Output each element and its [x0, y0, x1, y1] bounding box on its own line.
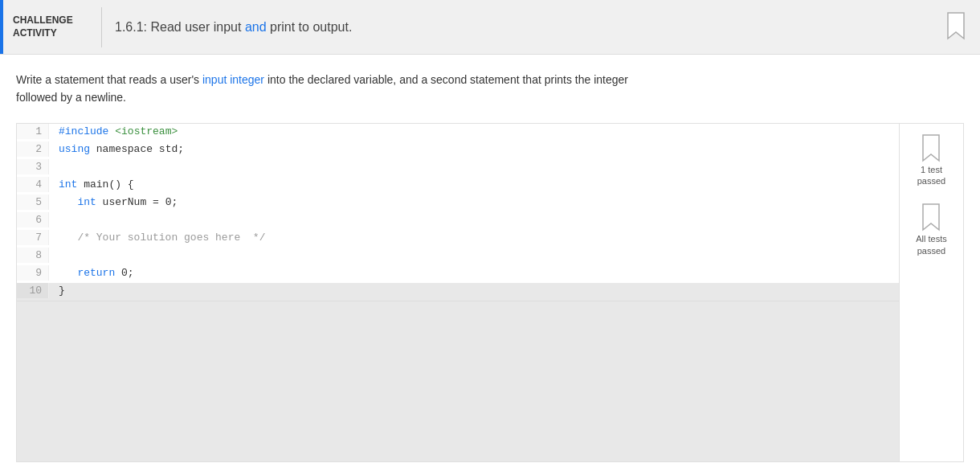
- line-content-3: [49, 159, 59, 162]
- line-content-10: }: [49, 283, 65, 298]
- challenge-line2: ACTIVITY: [13, 27, 79, 40]
- line-content-2: using namespace std;: [49, 141, 184, 157]
- header-divider: [101, 7, 102, 47]
- badge-1-label: 1 testpassed: [917, 164, 945, 187]
- code-line-9: 9 return 0;: [17, 265, 899, 283]
- line-content-9: return 0;: [49, 265, 134, 281]
- line-number-3: 3: [17, 159, 49, 174]
- badge-1-icon: [920, 133, 942, 162]
- code-line-10: 10 }: [17, 283, 899, 301]
- line-number-1: 1: [17, 124, 49, 139]
- desc-part2: into the declared variable, and a second…: [264, 73, 628, 86]
- sidebar-badges: 1 testpassed All testspassed: [899, 124, 963, 461]
- line-number-5: 5: [17, 195, 49, 210]
- code-line-4: 4 int main() {: [17, 177, 899, 195]
- title-end: print to output.: [267, 20, 353, 34]
- line-content-8: [49, 248, 59, 251]
- badge-all-label: All testspassed: [916, 233, 947, 256]
- header-title: 1.6.1: Read user input and print to outp…: [115, 20, 945, 35]
- line-content-5: int userNum = 0;: [49, 195, 178, 210]
- title-number: 1.6.1: Read user input: [115, 20, 245, 34]
- desc-highlight: input integer: [202, 73, 264, 86]
- line-content-4: int main() {: [49, 177, 134, 192]
- code-area: 1 #include <iostream> 2 using namespace …: [16, 123, 964, 462]
- code-line-7: 7 /* Your solution goes here */: [17, 230, 899, 248]
- code-line-6: 6: [17, 212, 899, 230]
- line-number-2: 2: [17, 141, 49, 157]
- badge-1-test: 1 testpassed: [917, 133, 945, 187]
- code-line-1: 1 #include <iostream>: [17, 124, 899, 141]
- desc-part1: Write a statement that reads a user's: [16, 73, 202, 86]
- header: CHALLENGE ACTIVITY 1.6.1: Read user inpu…: [0, 0, 980, 55]
- line-content-6: [49, 212, 59, 215]
- bookmark-icon[interactable]: [945, 11, 967, 43]
- line-number-8: 8: [17, 248, 49, 263]
- desc-part3: followed by a newline.: [16, 91, 126, 104]
- title-highlight: and: [245, 20, 267, 34]
- challenge-activity-label: CHALLENGE ACTIVITY: [0, 0, 88, 54]
- code-editor[interactable]: 1 #include <iostream> 2 using namespace …: [17, 124, 899, 461]
- line-number-4: 4: [17, 177, 49, 192]
- line-number-6: 6: [17, 212, 49, 227]
- main-content: Write a statement that reads a user's in…: [0, 55, 980, 463]
- code-empty-area: [17, 301, 899, 461]
- line-content-7: /* Your solution goes here */: [49, 230, 265, 245]
- code-line-3: 3: [17, 159, 899, 177]
- badge-all-tests: All testspassed: [916, 203, 947, 256]
- challenge-line1: CHALLENGE: [13, 14, 79, 27]
- line-number-7: 7: [17, 230, 49, 245]
- description: Write a statement that reads a user's in…: [16, 71, 964, 107]
- line-number-9: 9: [17, 265, 49, 281]
- code-line-8: 8: [17, 248, 899, 265]
- code-line-2: 2 using namespace std;: [17, 141, 899, 159]
- code-line-5: 5 int userNum = 0;: [17, 195, 899, 212]
- line-number-10: 10: [17, 283, 49, 298]
- line-content-1: #include <iostream>: [49, 124, 178, 139]
- badge-all-icon: [920, 203, 942, 232]
